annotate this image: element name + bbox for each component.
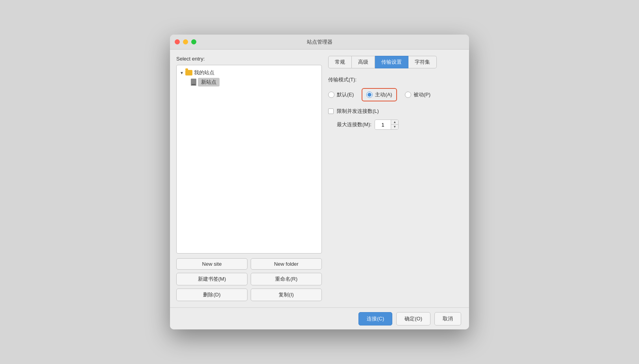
- active-mode-highlight: 主动(A): [362, 88, 397, 101]
- transfer-panel: 传输模式(T): 默认(E) 主动(A): [328, 73, 463, 301]
- spinner: ▲ ▼: [391, 120, 398, 129]
- delete-button[interactable]: 删除(D): [176, 289, 247, 301]
- max-connections-input[interactable]: ▲ ▼: [375, 119, 399, 130]
- maximize-button[interactable]: [191, 39, 196, 44]
- radio-default-button[interactable]: [328, 92, 334, 98]
- window-title: 站点管理器: [307, 39, 332, 46]
- max-connections-label: 最大连接数(M):: [337, 121, 371, 128]
- action-buttons: New site New folder 新建书签(M) 重命名(R) 删除(D)…: [176, 258, 322, 301]
- main-window: 站点管理器 Select entry: ▼ 我的站点 新站点 New site …: [170, 35, 469, 329]
- radio-active-label: 主动(A): [375, 91, 392, 98]
- tab-charset[interactable]: 字符集: [408, 56, 437, 68]
- transfer-mode-group: 默认(E) 主动(A) 被动(P): [328, 88, 463, 101]
- transfer-mode-label: 传输模式(T):: [328, 76, 463, 83]
- right-panel: 常规 高级 传输设置 字符集 传输模式(T): 默认(E): [328, 56, 463, 301]
- spin-down-button[interactable]: ▼: [391, 125, 398, 129]
- radio-passive-button[interactable]: [405, 92, 411, 98]
- limit-connections-row[interactable]: 限制并发连接数(L): [328, 108, 463, 115]
- footer: 连接(C) 确定(O) 取消: [170, 307, 469, 329]
- new-bookmark-button[interactable]: 新建书签(M): [176, 273, 247, 285]
- site-label: 新站点: [198, 78, 220, 86]
- radio-passive[interactable]: 被动(P): [405, 91, 430, 98]
- tree-arrow-icon: ▼: [180, 71, 184, 75]
- connect-button[interactable]: 连接(C): [358, 312, 392, 325]
- spin-up-button[interactable]: ▲: [391, 120, 398, 125]
- titlebar: 站点管理器: [170, 35, 469, 50]
- cancel-button[interactable]: 取消: [434, 312, 461, 325]
- site-icon: [191, 79, 196, 86]
- new-site-button[interactable]: New site: [176, 258, 247, 270]
- tab-general[interactable]: 常规: [328, 56, 352, 68]
- radio-default[interactable]: 默认(E): [328, 91, 354, 98]
- folder-label: 我的站点: [194, 69, 214, 76]
- left-panel: Select entry: ▼ 我的站点 新站点 New site New fo…: [176, 56, 322, 301]
- folder-icon: [185, 70, 192, 75]
- new-folder-button[interactable]: New folder: [251, 258, 322, 270]
- radio-active-indicator: [368, 93, 371, 97]
- ok-button[interactable]: 确定(O): [396, 312, 430, 325]
- site-tree[interactable]: ▼ 我的站点 新站点: [176, 65, 322, 254]
- main-content: Select entry: ▼ 我的站点 新站点 New site New fo…: [170, 50, 469, 307]
- limit-connections-label: 限制并发连接数(L): [337, 108, 379, 115]
- radio-default-label: 默认(E): [337, 91, 354, 98]
- max-connections-value[interactable]: [375, 121, 391, 129]
- rename-button[interactable]: 重命名(R): [251, 273, 322, 285]
- copy-button[interactable]: 复制(I): [251, 289, 322, 301]
- radio-active[interactable]: 主动(A): [366, 91, 392, 98]
- radio-passive-label: 被动(P): [414, 91, 430, 98]
- select-entry-label: Select entry:: [176, 56, 322, 62]
- tab-bar: 常规 高级 传输设置 字符集: [328, 56, 463, 68]
- tab-advanced[interactable]: 高级: [352, 56, 375, 68]
- tree-folder: ▼ 我的站点: [178, 68, 320, 77]
- window-controls: [175, 39, 196, 44]
- radio-active-button[interactable]: [366, 92, 373, 98]
- tab-transfer[interactable]: 传输设置: [375, 56, 408, 68]
- minimize-button[interactable]: [183, 39, 188, 44]
- max-connections-row: 最大连接数(M): ▲ ▼: [328, 119, 463, 130]
- limit-connections-checkbox[interactable]: [328, 108, 334, 114]
- tree-site-item[interactable]: 新站点: [178, 77, 320, 87]
- close-button[interactable]: [175, 39, 180, 44]
